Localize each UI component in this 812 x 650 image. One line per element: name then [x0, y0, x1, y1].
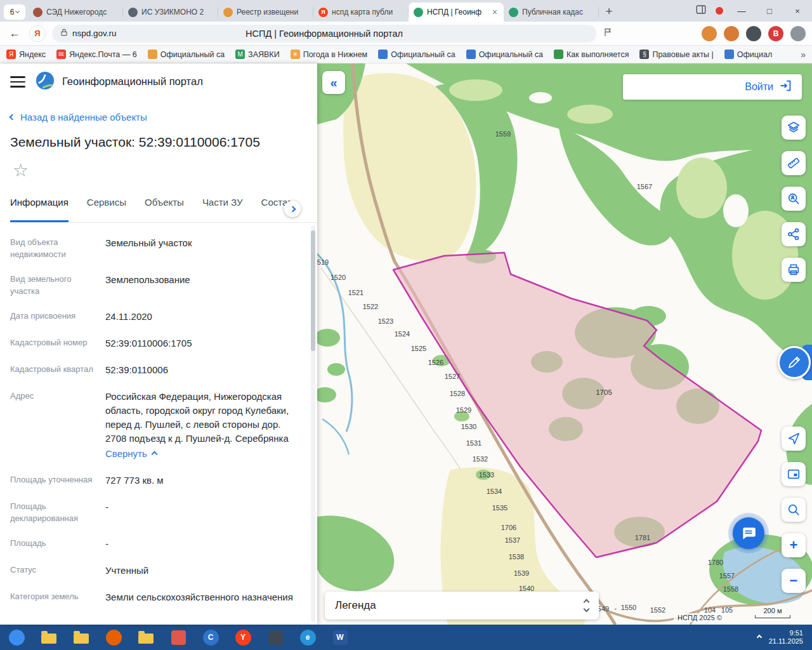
bookmark-label: Официальный са: [479, 50, 543, 59]
taskbar: СYeW 9:51 21.11.2025: [0, 625, 812, 650]
window-minimize-button[interactable]: —: [732, 3, 751, 19]
start-button[interactable]: [5, 627, 28, 648]
firefox-icon[interactable]: [102, 627, 125, 648]
bookmark-item[interactable]: Официальный са: [148, 50, 225, 59]
bookmark-favicon: ✉: [56, 50, 66, 59]
bookmark-flag-icon[interactable]: [603, 27, 613, 40]
extension-icon-1[interactable]: [702, 26, 717, 41]
parcel-label: 1528: [450, 390, 465, 397]
app-c-icon[interactable]: С: [199, 627, 222, 648]
parcel-label: 1706: [501, 524, 516, 531]
field-row: Вид объекта недвижимостиЗемельный участо…: [10, 236, 301, 260]
file-explorer-icon[interactable]: [37, 627, 60, 648]
panel-tab[interactable]: Части ЗУ: [202, 197, 243, 222]
bookmark-item[interactable]: ЯЯндекс: [6, 50, 46, 59]
yandex-search-button[interactable]: Я: [29, 25, 46, 42]
window-close-button[interactable]: ×: [788, 3, 807, 19]
extension-icon-2[interactable]: [724, 26, 739, 41]
app-orange-icon[interactable]: [167, 627, 190, 648]
zoom-in-button[interactable]: +: [782, 533, 806, 557]
field-row: Площадь уточненная727 773 кв. м: [10, 474, 301, 488]
favorite-star-icon[interactable]: ☆: [13, 160, 29, 181]
browser-tab[interactable]: Янспд карта публи: [313, 3, 409, 22]
edge-browser-icon[interactable]: e: [296, 627, 319, 648]
yandex-browser-icon[interactable]: Y: [232, 627, 254, 648]
folder-icon-2[interactable]: [134, 627, 157, 648]
panel-tab[interactable]: Сервисы: [87, 197, 126, 222]
panel-tab[interactable]: Информация: [10, 197, 69, 222]
sidebar-toggle-icon[interactable]: [695, 4, 707, 18]
address-bar[interactable]: nspd.gov.ru НСПД | Геоинформационный пор…: [52, 25, 596, 43]
browser-tab[interactable]: Публичная кадас: [504, 3, 599, 22]
parcel-label: 1530: [461, 423, 476, 430]
bookmark-item[interactable]: §Правовые акты |: [639, 50, 713, 59]
legend-toggle-button[interactable]: [584, 600, 589, 611]
browser-tab[interactable]: Реестр извещени: [218, 3, 313, 22]
extension-icon-3[interactable]: [746, 26, 761, 41]
parcel-label: 1522: [363, 303, 378, 310]
chevron-up-icon: [151, 451, 157, 457]
panel-tab[interactable]: Объекты: [145, 197, 184, 222]
tabs-scroll-right-button[interactable]: [284, 201, 301, 217]
bookmark-label: Яндекс: [19, 50, 46, 59]
map-area[interactable]: 1559156751915201521152215231524152515261…: [317, 63, 812, 625]
tray-expand-icon[interactable]: [757, 635, 762, 640]
measure-button[interactable]: [782, 151, 806, 175]
draw-button[interactable]: [778, 346, 811, 379]
notification-badge[interactable]: [716, 7, 723, 15]
menu-icon[interactable]: [10, 76, 25, 91]
app-orange-icon: [171, 630, 186, 645]
taskbar-clock[interactable]: 9:51 21.11.2025: [769, 629, 803, 646]
chat-button[interactable]: [733, 517, 764, 549]
extension-icon-4[interactable]: [790, 26, 806, 41]
minimap-icon: [787, 467, 801, 481]
panel-collapse-button[interactable]: «: [322, 71, 345, 94]
panel-scrollbar[interactable]: [311, 225, 315, 622]
parcel-label: 1539: [514, 569, 529, 577]
login-button[interactable]: Войти: [745, 81, 773, 93]
browser-tab[interactable]: НСПД | Геоинф×: [409, 3, 504, 22]
bookmark-item[interactable]: Официал: [724, 50, 772, 59]
field-label: Категория земель: [10, 590, 105, 604]
share-button[interactable]: [782, 222, 806, 246]
tab-close-icon[interactable]: ×: [491, 7, 499, 17]
legend-label: Легенда: [335, 599, 376, 612]
object-search-button[interactable]: [782, 187, 806, 211]
bookmarks-overflow-button[interactable]: »: [801, 50, 806, 60]
bookmark-item[interactable]: ✉Яндекс.Почта — 6: [56, 50, 137, 59]
folder-icon-1[interactable]: [70, 627, 93, 648]
zoom-search-button[interactable]: [782, 498, 806, 522]
bookmark-item[interactable]: ☀Погода в Нижнем: [291, 50, 368, 59]
overview-map-button[interactable]: [782, 462, 806, 486]
new-tab-button[interactable]: +: [600, 3, 618, 20]
bookmark-item[interactable]: MЗАЯВКИ: [235, 50, 280, 59]
tab-counter-button[interactable]: 6: [4, 4, 25, 20]
magnifier-icon: [787, 503, 801, 517]
app-dark-icon[interactable]: [264, 627, 287, 648]
extension-icon-vk[interactable]: В: [768, 26, 783, 41]
back-to-results-link[interactable]: Назад в найденные объекты: [10, 112, 147, 123]
my-location-button[interactable]: [782, 427, 806, 451]
word-icon[interactable]: W: [329, 627, 351, 648]
field-value: Земельный участок: [105, 236, 301, 260]
scrollbar-thumb[interactable]: [311, 230, 315, 351]
zoom-out-button[interactable]: −: [782, 569, 806, 593]
legend-bar[interactable]: Легенда: [325, 592, 599, 620]
back-button[interactable]: ←: [6, 27, 23, 40]
parcel-label: 1552: [650, 606, 665, 614]
browser-tab[interactable]: СЭД Нижегородс: [28, 3, 123, 22]
collapse-link[interactable]: Свернуть: [105, 447, 301, 461]
bookmark-item[interactable]: Как выполняется: [554, 50, 629, 59]
portal-logo[interactable]: [36, 71, 55, 93]
field-row: АдресРоссийская Федерация, Нижегородская…: [10, 390, 301, 461]
bookmark-item[interactable]: Официальный са: [466, 50, 543, 59]
field-value: Российская Федерация, Нижегородская обла…: [105, 390, 301, 461]
bookmark-item[interactable]: Официальный са: [378, 50, 455, 59]
parcel-label: 1567: [637, 183, 652, 190]
layers-button[interactable]: [782, 116, 806, 140]
browser-tab[interactable]: ИС УЗИКМОНО 2: [123, 3, 218, 22]
parcel-label: 1531: [466, 439, 481, 447]
window-maximize-button[interactable]: □: [760, 3, 779, 19]
print-button[interactable]: [782, 258, 806, 282]
taskbar-icons: СYeW: [5, 627, 351, 648]
